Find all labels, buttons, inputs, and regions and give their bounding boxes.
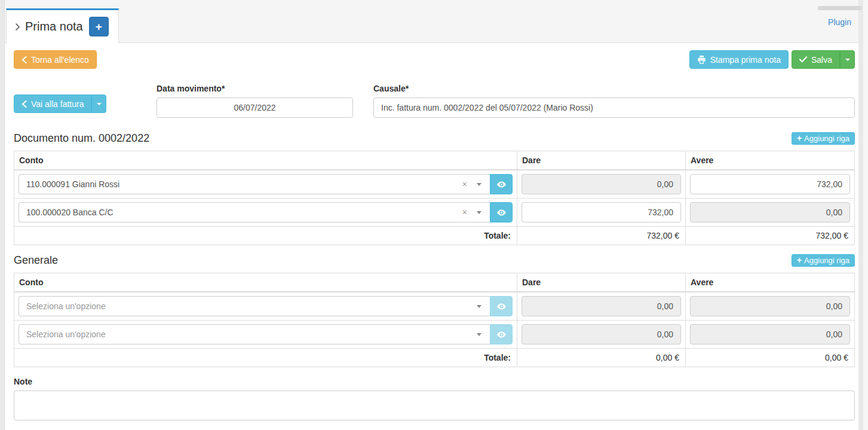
check-icon	[799, 56, 807, 63]
caret-down-icon	[845, 59, 850, 61]
chevron-left-icon	[22, 100, 27, 108]
eye-icon	[496, 179, 507, 190]
conto-select[interactable]: Seleziona un'opzione	[19, 296, 490, 316]
general-section: Generale + Aggiungi riga Conto Dare Aver…	[14, 253, 855, 367]
dare-input[interactable]	[522, 202, 681, 222]
document-entries-table: Conto Dare Avere 110.000091 Gianni Rossi…	[14, 151, 855, 245]
column-header-conto: Conto	[14, 151, 517, 170]
goto-invoice-col: Vai alla fattura	[14, 84, 157, 113]
back-to-list-button[interactable]: Torna all'elenco	[14, 50, 97, 69]
dare-input	[522, 174, 681, 194]
date-label: Data movimento*	[157, 84, 353, 93]
document-add-row-label: Aggiungi riga	[804, 134, 849, 143]
eye-icon	[496, 208, 507, 218]
notes-label: Note	[14, 377, 855, 386]
plus-icon: +	[797, 134, 802, 142]
page-left-gutter	[0, 0, 5, 430]
goto-invoice-dropdown-toggle[interactable]	[91, 94, 106, 113]
clear-icon[interactable]: ×	[462, 180, 467, 188]
toolbar-right: Stampa prima nota Salva	[689, 50, 855, 69]
general-section-title: Generale	[14, 254, 58, 267]
goto-invoice-button[interactable]: Vai alla fattura	[14, 94, 91, 113]
page-right-gutter	[858, 0, 863, 430]
conto-select-value: 110.000091 Gianni Rossi	[26, 179, 462, 189]
general-add-row-label: Aggiungi riga	[804, 256, 849, 265]
total-avere: 732,00 €	[686, 227, 855, 245]
total-dare: 0,00 €	[517, 349, 686, 367]
back-to-list-label: Torna all'elenco	[31, 55, 89, 65]
vertical-scrollbar[interactable]	[863, 0, 868, 430]
table-row: 100.000020 Banca C/C ×	[14, 199, 855, 227]
date-field-group: Data movimento*	[157, 84, 353, 118]
conto-select[interactable]: 110.000091 Gianni Rossi ×	[19, 174, 490, 194]
conto-select[interactable]: 100.000020 Banca C/C ×	[19, 202, 490, 222]
avere-input	[690, 296, 850, 316]
causale-input[interactable]	[373, 97, 855, 118]
column-header-conto: Conto	[14, 273, 517, 292]
total-avere: 0,00 €	[686, 349, 855, 367]
save-label: Salva	[811, 55, 832, 65]
plugin-link[interactable]: Plugin	[828, 17, 851, 27]
goto-invoice-split-button: Vai alla fattura	[14, 94, 106, 113]
table-header-row: Conto Dare Avere	[14, 273, 855, 292]
date-input[interactable]	[157, 97, 353, 118]
add-prima-nota-button[interactable]: +	[89, 17, 109, 36]
prima-nota-page: Prima nota + Plugin Torna all'elenco Sta…	[0, 0, 868, 430]
view-account-button[interactable]	[490, 174, 513, 194]
general-section-header: Generale + Aggiungi riga	[14, 253, 855, 267]
tab-prima-nota[interactable]: Prima nota +	[6, 8, 119, 43]
eye-icon	[496, 301, 507, 312]
notes-textarea[interactable]	[14, 391, 855, 420]
view-account-button	[490, 324, 513, 344]
total-row: Totale: 0,00 € 0,00 €	[14, 349, 855, 367]
caret-down-icon	[477, 305, 481, 308]
avere-input	[690, 324, 850, 344]
clear-icon[interactable]: ×	[462, 208, 467, 216]
document-section-title: Documento num. 0002/2022	[14, 132, 149, 145]
view-account-button[interactable]	[490, 202, 513, 222]
save-dropdown-toggle[interactable]	[840, 50, 855, 69]
document-add-row-button[interactable]: + Aggiungi riga	[792, 132, 855, 145]
document-section-header: Documento num. 0002/2022 + Aggiungi riga	[14, 131, 855, 145]
conto-select-placeholder: Seleziona un'opzione	[26, 330, 477, 339]
page-title: Prima nota	[25, 20, 83, 33]
toolbar: Torna all'elenco Stampa prima nota Salva	[14, 50, 855, 69]
column-header-dare: Dare	[517, 151, 686, 170]
total-dare: 732,00 €	[517, 227, 686, 245]
caret-down-icon	[477, 211, 481, 214]
table-header-row: Conto Dare Avere	[14, 151, 855, 170]
general-add-row-button[interactable]: + Aggiungi riga	[792, 254, 855, 267]
caret-down-icon	[477, 183, 481, 186]
avere-input[interactable]	[690, 174, 850, 194]
column-header-avere: Avere	[686, 151, 855, 170]
column-header-avere: Avere	[686, 273, 855, 292]
total-row: Totale: 732,00 € 732,00 €	[14, 227, 855, 245]
dare-input	[522, 296, 681, 316]
dare-input	[522, 324, 681, 344]
total-label: Totale:	[14, 227, 517, 245]
column-header-dare: Dare	[517, 273, 686, 292]
avere-input	[690, 202, 850, 222]
conto-select[interactable]: Seleziona un'opzione	[19, 324, 490, 344]
notes-section: Note	[14, 377, 855, 423]
tab-bar	[5, 0, 858, 43]
total-label: Totale:	[14, 349, 517, 367]
print-prima-nota-button[interactable]: Stampa prima nota	[689, 50, 789, 69]
movement-form: Vai alla fattura Data movimento* Causale…	[14, 84, 855, 118]
causale-label: Causale*	[373, 84, 855, 93]
causale-field-group: Causale*	[373, 84, 855, 118]
conto-select-placeholder: Seleziona un'opzione	[26, 301, 477, 311]
printer-icon	[697, 56, 706, 64]
table-row: 110.000091 Gianni Rossi ×	[14, 170, 855, 199]
caret-down-icon	[477, 333, 481, 336]
table-row: Seleziona un'opzione	[14, 321, 855, 349]
plus-icon: +	[797, 256, 802, 264]
plugin-tab-top-bar	[818, 6, 862, 10]
view-account-button	[490, 296, 513, 316]
document-section: Documento num. 0002/2022 + Aggiungi riga…	[14, 131, 855, 245]
save-split-button: Salva	[792, 50, 855, 69]
save-button[interactable]: Salva	[792, 50, 840, 69]
caret-down-icon	[97, 103, 102, 105]
chevron-right-icon	[15, 23, 20, 31]
eye-icon	[496, 330, 507, 340]
